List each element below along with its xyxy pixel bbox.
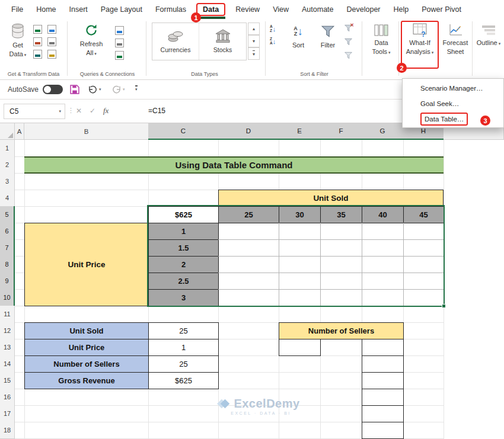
cell-C6[interactable]: 1 (148, 223, 219, 240)
cell-C10[interactable]: 3 (148, 289, 219, 306)
cancel-icon[interactable]: ✕ (76, 107, 82, 115)
customize-toolbar-icon[interactable]: ▾ (135, 85, 138, 92)
row-header-9[interactable]: 9 (0, 273, 15, 290)
cell-E5[interactable]: 30 (279, 206, 321, 223)
reapply-filter-icon[interactable] (344, 37, 353, 48)
col-header-C[interactable]: C (148, 123, 219, 140)
tab-insert[interactable]: Insert (63, 0, 94, 19)
gallery-more-icon[interactable]: ▾ (248, 47, 260, 60)
cell-C9[interactable]: 2.5 (148, 273, 219, 290)
sort-descending-icon[interactable]: ZA↓ (270, 37, 276, 45)
summary-value-gross-revenue[interactable]: $625 (148, 372, 219, 389)
gallery-scroll-down-icon[interactable]: ▾ (248, 35, 260, 47)
tab-page-layout[interactable]: Page Layout (94, 0, 149, 19)
currencies-data-type[interactable]: Currencies (152, 23, 199, 60)
col-header-B[interactable]: B (24, 123, 149, 140)
sort-button[interactable]: AZ↓ Sort (287, 23, 310, 49)
advanced-filter-icon[interactable] (344, 51, 353, 62)
outline-button[interactable]: Outline▾ (476, 23, 502, 47)
summary-value-unit-price[interactable]: 1 (148, 339, 219, 356)
tab-review[interactable]: Review (229, 0, 266, 19)
summary-label-gross-revenue[interactable]: Gross Revenue (24, 372, 149, 389)
tab-developer[interactable]: Developer (340, 0, 387, 19)
what-if-analysis-button[interactable]: ? What-If Analysis▾ (403, 23, 437, 56)
cell-G17[interactable] (362, 405, 404, 422)
row-header-14[interactable]: 14 (0, 355, 15, 373)
tab-power-pivot[interactable]: Power Pivot (415, 0, 468, 19)
cell-C8[interactable]: 2 (148, 256, 219, 273)
cell-G5[interactable]: 40 (362, 206, 404, 223)
autosave-toggle[interactable] (43, 85, 63, 94)
forecast-sheet-button[interactable]: Forecast Sheet (441, 23, 470, 56)
tab-automate[interactable]: Automate (295, 0, 340, 19)
fx-icon[interactable]: fx (103, 106, 109, 116)
summary-label-unit-sold[interactable]: Unit Sold (24, 322, 149, 339)
tab-help[interactable]: Help (387, 0, 416, 19)
tab-file[interactable]: File (5, 0, 30, 19)
name-box[interactable]: C5 ▾ (4, 104, 65, 119)
workbook-links-icon[interactable] (115, 51, 124, 60)
col-header-F[interactable]: F (320, 123, 362, 140)
summary-value-number-of-sellers[interactable]: 25 (148, 355, 219, 373)
row-header-5[interactable]: 5 (0, 206, 15, 223)
cell-G13[interactable] (362, 339, 404, 356)
row-header-6[interactable]: 6 (0, 223, 15, 240)
cell-G14[interactable] (362, 355, 404, 373)
properties-icon[interactable] (115, 39, 124, 47)
tab-data[interactable]: Data 1 (196, 3, 225, 16)
from-web-icon[interactable] (47, 25, 56, 34)
tab-home[interactable]: Home (30, 0, 62, 19)
from-text-csv-icon[interactable] (33, 25, 42, 34)
row-header-10[interactable]: 10 (0, 289, 15, 306)
cell-D5[interactable]: 25 (218, 206, 279, 223)
cell-E13[interactable] (279, 339, 321, 356)
number-of-sellers-header-cell[interactable]: Number of Sellers (279, 322, 404, 339)
col-header-D[interactable]: D (218, 123, 279, 140)
row-header-1[interactable]: 1 (0, 140, 15, 157)
redo-icon[interactable]: ▾ (111, 85, 125, 94)
cell-G15[interactable] (362, 372, 404, 389)
row-header-18[interactable]: 18 (0, 422, 15, 439)
clear-filter-icon[interactable]: ✕ (344, 24, 353, 34)
cell-G16[interactable] (362, 389, 404, 406)
cell-H5[interactable]: 45 (403, 206, 444, 223)
summary-value-unit-sold[interactable]: 25 (148, 322, 219, 339)
row-header-15[interactable]: 15 (0, 372, 15, 389)
filter-button[interactable]: Filter (315, 23, 340, 49)
row-header-4[interactable]: 4 (0, 190, 15, 207)
cell-C7[interactable]: 1.5 (148, 239, 219, 257)
cell-G18[interactable] (362, 422, 404, 439)
fill-handle[interactable] (442, 304, 446, 308)
summary-label-unit-price[interactable]: Unit Price (24, 339, 149, 356)
from-table-icon[interactable] (33, 37, 42, 46)
col-header-G[interactable]: G (362, 123, 404, 140)
formula-input[interactable]: =C15 (148, 107, 165, 115)
data-tools-button[interactable]: Data Tools▾ (365, 23, 397, 56)
data-source-icon[interactable] (47, 50, 56, 59)
gallery-scroll-up-icon[interactable]: ▴ (248, 23, 260, 35)
tab-view[interactable]: View (266, 0, 295, 19)
menu-item-scenario-manager[interactable]: Scenario Manager… (403, 81, 503, 96)
unit-sold-header-cell[interactable]: Unit Sold (218, 190, 444, 207)
get-data-button[interactable]: Get Data▾ (5, 23, 31, 58)
row-header-16[interactable]: 16 (0, 389, 15, 406)
recent-sources-icon[interactable] (47, 37, 56, 46)
summary-label-number-of-sellers[interactable]: Number of Sellers (24, 355, 149, 373)
row-header-3[interactable]: 3 (0, 173, 15, 190)
row-header-2[interactable]: 2 (0, 156, 15, 174)
queries-connections-icon[interactable] (115, 26, 124, 35)
tab-formulas[interactable]: Formulas (149, 0, 193, 19)
undo-icon[interactable]: ▾ (88, 85, 101, 94)
stocks-data-type[interactable]: Stocks (199, 23, 246, 60)
active-cell-C5[interactable]: $625 (148, 206, 219, 223)
col-header-E[interactable]: E (279, 123, 321, 140)
row-header-8[interactable]: 8 (0, 256, 15, 273)
refresh-all-button[interactable]: Refresh All▾ (76, 23, 107, 57)
save-icon[interactable] (70, 85, 79, 97)
row-header-12[interactable]: 12 (0, 322, 15, 339)
row-header-11[interactable]: 11 (0, 306, 15, 323)
row-header-17[interactable]: 17 (0, 405, 15, 422)
sort-ascending-icon[interactable]: AZ↓ (270, 25, 276, 33)
existing-connections-icon[interactable] (33, 50, 42, 59)
menu-item-goal-seek[interactable]: Goal Seek… (403, 96, 503, 111)
